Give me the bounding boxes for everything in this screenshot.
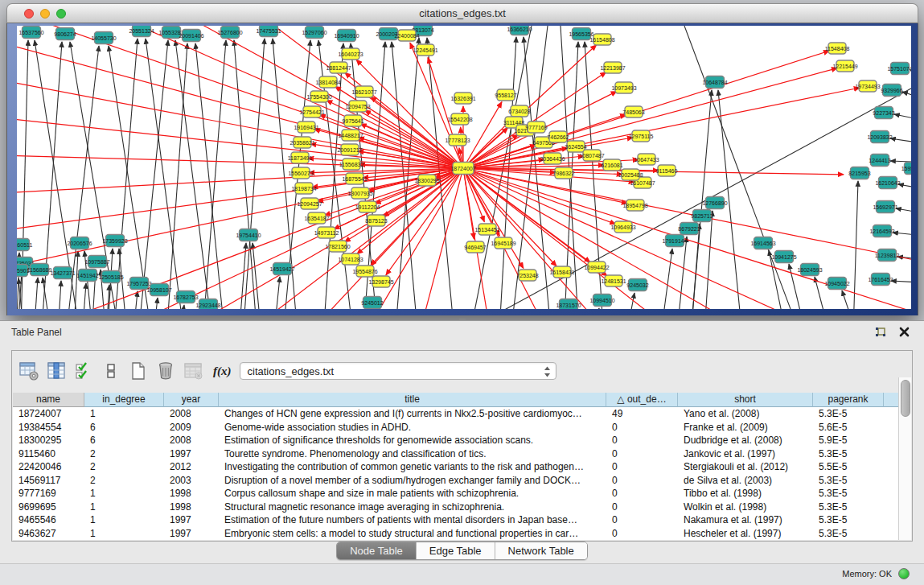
close-window-icon[interactable] xyxy=(24,9,34,19)
graph-node-teal[interactable]: 10941275 xyxy=(771,251,796,263)
table-cell[interactable]: 9465546 xyxy=(13,513,84,527)
graph-node-teal[interactable]: 15751074 xyxy=(887,63,911,75)
graph-node-yellow[interactable]: 20358621 xyxy=(290,137,314,148)
graph-node-yellow[interactable]: 14488217 xyxy=(338,130,363,141)
graph-node-teal[interactable]: 17359928 xyxy=(102,235,127,247)
graph-node-yellow[interactable]: 17821560 xyxy=(325,241,350,252)
graph-node-teal[interactable]: 1451942 xyxy=(76,270,98,282)
graph-node-teal[interactable]: 15297060 xyxy=(302,27,326,39)
graph-node-yellow[interactable]: 16945189 xyxy=(491,237,515,249)
graph-node-yellow[interactable]: 10994422 xyxy=(584,262,609,273)
row-height-icon[interactable] xyxy=(99,359,123,383)
graph-node-yellow[interactable]: 12094257 xyxy=(297,198,322,209)
scrollbar-thumb[interactable] xyxy=(901,380,910,417)
table-cell[interactable]: Tourette syndrome. Phenomenology and cla… xyxy=(219,447,606,461)
graph-node-yellow[interactable]: 7986322 xyxy=(552,167,574,179)
graph-node-teal[interactable]: 10648784 xyxy=(702,76,727,89)
graph-node-yellow[interactable]: 8875123 xyxy=(365,215,387,226)
graph-node-teal[interactable]: 8215953 xyxy=(848,167,870,179)
delete-column-icon[interactable] xyxy=(154,359,178,383)
graph-node-teal[interactable]: 20551324 xyxy=(129,26,154,37)
column-header-pagerank[interactable]: pagerank xyxy=(813,393,884,407)
table-mode-icon[interactable] xyxy=(17,359,41,383)
table-row[interactable]: 2242004622012Investigating the contribut… xyxy=(13,460,911,474)
graph-node-yellow[interactable]: 9975641 xyxy=(342,115,363,126)
column-header-short[interactable]: short xyxy=(678,393,813,407)
graph-node-teal[interactable]: 17475531 xyxy=(256,26,281,37)
table-cell[interactable]: Estimation of significance thresholds fo… xyxy=(219,434,606,447)
graph-node-teal[interactable]: 12923448 xyxy=(195,299,220,310)
table-cell[interactable]: 0 xyxy=(606,487,678,501)
graph-node-teal[interactable]: 9329966 xyxy=(881,84,902,97)
table-cell[interactable]: 9115460 xyxy=(13,447,84,461)
graph-node-yellow[interactable]: 6734028 xyxy=(508,105,530,117)
graph-node-yellow[interactable]: 16326391 xyxy=(450,93,475,104)
zoom-window-icon[interactable] xyxy=(56,9,66,19)
table-cell[interactable]: 0 xyxy=(606,434,678,447)
graph-node-teal[interactable]: 15958112 xyxy=(901,163,911,175)
graph-node-yellow[interactable]: 18198734 xyxy=(291,183,316,194)
table-cell[interactable]: 0 xyxy=(606,421,678,435)
table-cell[interactable]: 1 xyxy=(84,487,164,501)
graph-node-yellow[interactable]: 10647433 xyxy=(634,154,659,165)
graph-node-teal[interactable]: 14055730 xyxy=(91,32,116,44)
graph-node-teal[interactable]: 17616453 xyxy=(868,274,893,286)
graph-node-teal[interactable]: 16914563 xyxy=(750,237,775,249)
table-cell[interactable]: 1 xyxy=(84,407,164,421)
table-cell[interactable]: Hescheler et al. (1997) xyxy=(678,527,813,541)
graph-node-yellow[interactable]: 16040273 xyxy=(338,48,363,60)
graph-node-teal[interactable]: 16940910 xyxy=(334,30,359,42)
table-cell[interactable]: 22420046 xyxy=(13,460,84,474)
graph-node-teal[interactable]: 16537560 xyxy=(18,27,43,39)
tab-node-table[interactable]: Node Table xyxy=(337,542,417,559)
graph-node-yellow[interactable]: 11556832 xyxy=(339,159,364,170)
table-cell[interactable]: 6 xyxy=(84,434,164,447)
graph-node-teal[interactable]: 16210643 xyxy=(875,177,900,189)
table-cell[interactable]: 5.3E-5 xyxy=(813,407,884,421)
graph-node-yellow[interactable]: 15560273 xyxy=(288,167,313,179)
table-cell[interactable]: Structural magnetic resonance image aver… xyxy=(219,501,606,514)
graph-node-yellow[interactable]: 20091217 xyxy=(337,144,362,155)
graph-node-teal[interactable]: 20160511 xyxy=(17,239,32,251)
table-row[interactable]: 969969511998Structural magnetic resonanc… xyxy=(13,501,911,514)
selection-mode-icon[interactable] xyxy=(72,359,96,383)
graph-node-teal[interactable]: 12164593 xyxy=(869,225,894,237)
tab-edge-table[interactable]: Edge Table xyxy=(417,542,495,559)
graph-node-teal[interactable]: 19754410 xyxy=(236,229,261,241)
table-cell[interactable]: 5.3E-5 xyxy=(813,487,884,501)
table-cell[interactable]: de Silva et al. (2003) xyxy=(678,474,813,488)
table-cell[interactable]: 14569117 xyxy=(13,474,84,488)
table-cell[interactable]: 0 xyxy=(606,501,678,514)
graph-node-teal[interactable]: 8679221 xyxy=(678,223,700,235)
table-row[interactable]: 1938455462009Genome-wide association stu… xyxy=(13,421,911,435)
graph-node-yellow[interactable]: 10025488 xyxy=(618,169,643,180)
table-cell[interactable]: 2008 xyxy=(164,434,219,447)
graph-node-yellow[interactable]: 13298745 xyxy=(368,276,393,287)
table-cell[interactable]: 2009 xyxy=(164,421,219,435)
graph-node-yellow[interactable]: 18300295 xyxy=(414,175,439,186)
graph-node-teal[interactable]: 9245012 xyxy=(361,297,383,309)
graph-node-yellow[interactable]: 15542208 xyxy=(447,113,472,125)
graph-node-yellow[interactable]: 9777169 xyxy=(525,122,547,133)
table-cell[interactable]: 5.3E-5 xyxy=(813,447,884,461)
graph-node-teal[interactable]: 16782753 xyxy=(173,291,198,303)
graph-node-yellow[interactable]: 14973112 xyxy=(314,227,339,238)
table-cell[interactable]: Yano et al. (2008) xyxy=(678,407,813,421)
column-header-name[interactable]: name xyxy=(13,393,84,407)
graph-node-yellow[interactable]: 7253248 xyxy=(516,270,538,281)
table-cell[interactable]: 5.5E-5 xyxy=(813,460,884,474)
graph-node-yellow[interactable]: 19112204 xyxy=(355,201,380,212)
graph-node-yellow[interactable]: 17778123 xyxy=(445,134,470,146)
table-cell[interactable]: 9463627 xyxy=(13,527,84,541)
graph-node-yellow[interactable]: 11548408 xyxy=(825,43,850,54)
graph-node-yellow[interactable]: 19554876 xyxy=(352,266,377,277)
graph-node-yellow[interactable]: 12975115 xyxy=(629,130,654,142)
table-row[interactable]: 946554611997Estimation of the future num… xyxy=(13,513,911,527)
graph-node-teal[interactable]: 12505185 xyxy=(98,271,123,283)
table-cell[interactable]: 5.3E-5 xyxy=(813,513,884,527)
table-cell[interactable]: 1 xyxy=(84,501,164,514)
table-cell[interactable]: Nakamura et al. (1997) xyxy=(678,513,813,527)
graph-node-yellow[interactable]: 12094753 xyxy=(345,101,370,112)
graph-node-teal[interactable]: 9227343 xyxy=(873,107,894,119)
graph-node-yellow[interactable]: 18621077 xyxy=(351,86,376,97)
